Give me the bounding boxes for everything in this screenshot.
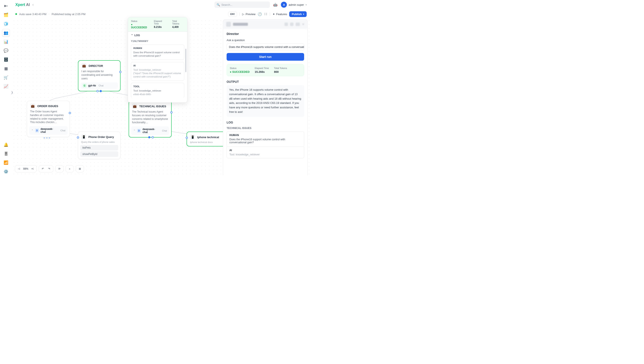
model-name: deepseek-chat [41, 128, 58, 134]
menu-icon[interactable]: ⇤ [2, 2, 10, 10]
chat-tag: Chat [61, 129, 65, 132]
features-button[interactable]: ✦Features [273, 12, 287, 16]
preview-button[interactable]: ▷Preview [242, 12, 255, 16]
model-badge-icon: D [35, 128, 39, 132]
zoom-in-button[interactable]: +⃝ [31, 167, 35, 171]
briefcase-icon: 💼 [30, 104, 35, 108]
tune-icon[interactable]: 🎚️ [2, 150, 10, 158]
search-placeholder: Search... [221, 3, 232, 6]
status-value: ● SUCCEEDED [131, 23, 147, 29]
publish-button[interactable]: Publish▾ [289, 11, 307, 17]
input-port[interactable] [186, 137, 188, 139]
panel-title: Director [227, 32, 304, 36]
apps-icon[interactable]: ▦ [2, 65, 10, 72]
node-title: Iphone technical [197, 136, 219, 139]
side-port[interactable] [170, 111, 173, 114]
settings-icon[interactable]: ⚙️ [2, 168, 10, 176]
output-text: Yes, the iPhone 16 supports volume contr… [227, 85, 304, 117]
question-input[interactable]: Does the iPhone16 supports volume contro… [227, 44, 304, 50]
add-node-button[interactable]: ＋ [68, 167, 72, 171]
dash-port[interactable] [49, 138, 50, 138]
avatar: A [281, 2, 287, 8]
node-director[interactable]: 💼 DIRECTOR I am responsible for coordina… [78, 60, 121, 91]
node-desc: Iphone technical docs [187, 141, 229, 146]
output-port-2[interactable] [100, 90, 102, 92]
database-icon[interactable]: 🗄️ [2, 56, 10, 64]
canvas-controls: −⃝ 88% +⃝ ↶ ↷ ⟳ ＋ ⊞ [15, 165, 84, 172]
node-iphone-technical[interactable]: 📱 Iphone technical Iphone technical docs [187, 132, 229, 146]
autosave-text: Auto save 3:40:43 PM [19, 12, 47, 16]
workspace-icon[interactable]: 🗂️ [2, 11, 10, 19]
node-technical-issues[interactable]: 💼 TECHNICAL ISSUES The Technical Issues … [129, 101, 172, 138]
node-title: Phone Order Query [88, 136, 114, 138]
status-label: Status [131, 20, 149, 22]
model-badge-icon: D [137, 129, 141, 132]
session-id: Y1NLTMNNWY [131, 40, 184, 42]
undo-button[interactable]: ↶ [41, 167, 45, 171]
user-menu[interactable]: A admin super ▾ [281, 2, 307, 8]
zoom-out-button[interactable]: −⃝ [17, 167, 21, 171]
cart-icon[interactable]: 🛒 [2, 74, 10, 81]
analytics-icon[interactable]: 📊 [2, 38, 10, 46]
username: admin super [289, 3, 304, 6]
play-icon: ▷ [242, 12, 244, 16]
log-message-ai: AI Tool: knowledge_retriever {"input":"D… [131, 62, 184, 81]
model-badge-icon: G [83, 84, 87, 88]
elapsed-value: 8.216s [154, 26, 162, 28]
node-desc: The Technical Issues Agent focuses on re… [129, 110, 171, 126]
model-row[interactable]: G gpt-4o Chat [81, 82, 118, 89]
models-icon[interactable]: 🧊 [2, 20, 10, 28]
expand-icon: ⌃ [133, 129, 136, 132]
input-port[interactable] [77, 136, 79, 138]
published-text: Published today at 2:05 PM [52, 12, 85, 16]
output-port[interactable] [97, 90, 99, 92]
layout-icon[interactable]: ⫶⫶ [264, 12, 268, 16]
dash-port[interactable] [44, 138, 45, 138]
node-title: TECHNICAL ISSUES [139, 105, 166, 108]
notifications-icon[interactable]: 🔔 [2, 141, 10, 148]
model-name: gpt-4o [88, 84, 96, 87]
search-icon: 🔍 [217, 3, 220, 6]
log-ai-message: AI Tool: knowledge_retriever [227, 146, 304, 158]
output-port[interactable] [148, 136, 150, 138]
back-button[interactable]: ‹ [32, 3, 34, 6]
model-row[interactable]: ⌃ D deepseek-chat Chat [29, 126, 68, 135]
close-icon[interactable]: ✕ [302, 22, 305, 26]
node-phone-order-query[interactable]: 📱 Phone Order Query Query the orders of … [78, 132, 121, 159]
search-input[interactable]: 🔍 Search... [214, 2, 270, 8]
start-run-button[interactable]: Start run [227, 53, 304, 61]
side-port[interactable] [69, 112, 71, 114]
node-title: ORDER ISSUES [37, 104, 58, 108]
dot-divider: · [49, 12, 50, 16]
tokens-value: 4,409 [172, 26, 179, 28]
redo-button[interactable]: ↷ [47, 167, 51, 171]
tool-showpetbyid[interactable]: showPetById [80, 151, 118, 157]
scrollbar[interactable] [185, 49, 186, 72]
node-title: DIRECTOR [89, 64, 103, 68]
layout-button[interactable]: ⊞ [78, 167, 82, 171]
tool-listpets[interactable]: listPets [80, 145, 118, 150]
trends-icon[interactable]: 📈 [2, 82, 10, 90]
node-order-issues[interactable]: 💼 ORDER ISSUES The Order Issues Agent ha… [27, 101, 70, 137]
signal-icon[interactable]: 📶 [2, 159, 10, 166]
log-message-human: HUMAN Does the iPhone16 support volume c… [131, 44, 184, 60]
node-desc: Query the orders of phone sales [78, 141, 120, 144]
output-port-2[interactable] [152, 136, 154, 138]
log-heading[interactable]: ⌃LOG [131, 34, 184, 37]
chat-tag: Chat [162, 130, 167, 132]
phone-icon: 📱 [190, 134, 195, 140]
env-button[interactable]: ENV [228, 12, 237, 17]
chat-tag: Chat [99, 84, 104, 87]
robot-icon[interactable]: 🤖 [272, 2, 278, 8]
side-port[interactable] [119, 71, 121, 73]
history-icon[interactable]: 🕐 [258, 12, 262, 16]
agent-label: TECHNICAL ISSUES [227, 127, 304, 130]
agents-icon[interactable]: 👥 [2, 29, 10, 36]
expand-icon: ⌃ [31, 129, 34, 132]
model-row[interactable]: ⌃ D deepseek-chat Chat [131, 126, 169, 135]
history-button[interactable]: ⟳ [57, 167, 62, 171]
panel-header-ghost: ✕ [223, 20, 308, 29]
dash-port[interactable] [46, 138, 48, 138]
prompts-icon[interactable]: 💬 [2, 47, 10, 54]
app-logo: Xpert AI [15, 2, 30, 7]
